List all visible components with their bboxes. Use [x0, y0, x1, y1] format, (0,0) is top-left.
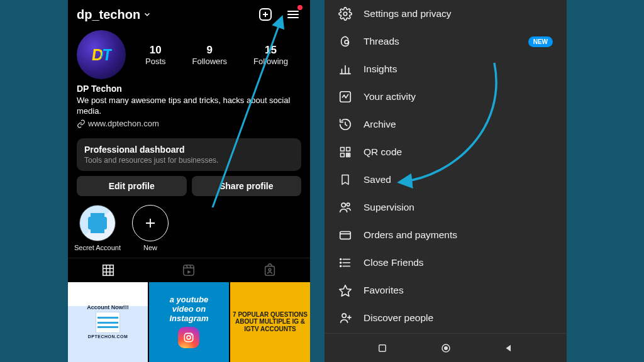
- posts-grid: Account Now!!! DPTECHON.COM a youtube vi…: [68, 282, 310, 362]
- display-name: DP Techon: [77, 83, 301, 95]
- svg-point-44: [340, 262, 341, 263]
- post2-line2: video on: [172, 305, 206, 314]
- svg-point-43: [340, 259, 341, 260]
- svg-rect-32: [347, 153, 348, 155]
- svg-rect-34: [347, 155, 348, 157]
- username-text: dp_techon: [77, 8, 140, 22]
- create-post-button[interactable]: [257, 6, 274, 23]
- profile-action-buttons: Edit profile Share profile: [68, 176, 310, 196]
- menu-item-saved[interactable]: Saved: [325, 166, 567, 194]
- svg-point-21: [187, 336, 191, 340]
- threads-icon: [338, 35, 352, 48]
- menu-item-discover-people[interactable]: Discover people: [325, 304, 567, 332]
- stat-following[interactable]: 15 Following: [253, 44, 288, 66]
- avatar[interactable]: DT: [77, 30, 126, 79]
- stat-posts[interactable]: 10 Posts: [145, 44, 166, 66]
- stat-followers-label: Followers: [192, 57, 227, 66]
- highlight-secret-account[interactable]: Secret Account: [77, 205, 118, 251]
- menu-item-favorites[interactable]: Favorites: [325, 277, 567, 304]
- saved-icon: [338, 173, 352, 187]
- menu-item-label: QR code: [364, 146, 402, 158]
- highlight-label: New: [143, 244, 157, 251]
- menu-item-label: Discover people: [364, 312, 433, 324]
- svg-rect-33: [348, 155, 350, 157]
- menu-item-your-activity[interactable]: Your activity: [325, 83, 567, 111]
- grid-tab[interactable]: [100, 262, 116, 278]
- svg-rect-35: [348, 153, 350, 155]
- menu-item-close-friends[interactable]: Close Friends: [325, 249, 567, 277]
- profile-header: dp_techon: [68, 0, 310, 26]
- hamburger-menu-button[interactable]: [285, 6, 301, 23]
- post3-text: 7 POPULAR QUESTIONS ABOUT MULTIPLE IG & …: [233, 311, 308, 333]
- supervision-icon: [338, 200, 352, 214]
- stat-following-label: Following: [253, 57, 288, 66]
- svg-point-45: [340, 266, 341, 267]
- reels-tab[interactable]: [180, 262, 197, 278]
- stat-followers-count: 9: [192, 44, 227, 57]
- svg-rect-38: [340, 232, 351, 239]
- menu-item-label: Favorites: [364, 285, 404, 296]
- archive-icon: [338, 118, 352, 131]
- edit-profile-button[interactable]: Edit profile: [77, 176, 187, 196]
- menu-item-label: Settings and privacy: [364, 8, 452, 19]
- svg-point-47: [342, 314, 346, 317]
- android-home-button[interactable]: [440, 343, 452, 354]
- closefriends-icon: [338, 256, 352, 270]
- tagged-tab[interactable]: [262, 262, 278, 278]
- plus-icon: [132, 205, 169, 241]
- share-profile-button[interactable]: Share profile: [192, 176, 302, 196]
- pro-dash-title: Professional dashboard: [84, 145, 294, 155]
- professional-dashboard-card[interactable]: Professional dashboard Tools and resourc…: [77, 138, 301, 171]
- post-thumbnail[interactable]: 7 POPULAR QUESTIONS ABOUT MULTIPLE IG & …: [230, 282, 310, 362]
- svg-rect-30: [347, 148, 350, 151]
- android-back-button[interactable]: [503, 343, 514, 354]
- bio-website[interactable]: www.dptechon.com: [77, 118, 301, 129]
- story-highlights: Secret Account New: [68, 196, 310, 255]
- settings-menu-list: Settings and privacyThreadsNEWInsightsYo…: [325, 0, 567, 332]
- username-switcher[interactable]: dp_techon: [77, 8, 152, 22]
- stat-following-count: 15: [253, 44, 288, 57]
- android-recents-button[interactable]: [377, 343, 388, 354]
- menu-item-label: Your activity: [364, 91, 416, 102]
- gear-icon: [338, 7, 352, 21]
- stat-followers[interactable]: 9 Followers: [192, 44, 227, 66]
- profile-stats-row: DT 10 Posts 9 Followers 15 Following: [68, 26, 310, 80]
- menu-item-orders-and-payments[interactable]: Orders and payments: [325, 221, 567, 249]
- menu-item-label: Supervision: [364, 202, 414, 213]
- android-nav-bar: [325, 333, 567, 362]
- post2-line3: Instagram: [169, 314, 208, 324]
- menu-item-settings-and-privacy[interactable]: Settings and privacy: [325, 0, 567, 28]
- stat-posts-count: 10: [145, 44, 166, 57]
- post-thumbnail[interactable]: Account Now!!! DPTECHON.COM: [68, 282, 148, 362]
- insights-icon: [338, 62, 352, 76]
- menu-item-qr-code[interactable]: QR code: [325, 138, 567, 166]
- menu-item-archive[interactable]: Archive: [325, 111, 567, 138]
- post-thumbnail[interactable]: a youtube video on Instagram: [149, 282, 229, 362]
- svg-point-23: [343, 12, 347, 16]
- new-badge: NEW: [528, 36, 553, 47]
- menu-item-label: Orders and payments: [364, 229, 457, 241]
- highlight-new[interactable]: New: [130, 205, 171, 251]
- chevron-down-icon: [143, 10, 152, 19]
- pro-dash-subtitle: Tools and resources just for businesses.: [84, 156, 294, 165]
- menu-item-supervision[interactable]: Supervision: [325, 194, 567, 221]
- menu-item-threads[interactable]: ThreadsNEW: [325, 28, 567, 55]
- menu-item-label: Archive: [364, 119, 396, 130]
- instagram-glyph-icon: [178, 327, 199, 348]
- discover-icon: [338, 311, 352, 325]
- svg-point-37: [347, 203, 350, 206]
- svg-marker-46: [340, 285, 351, 296]
- menu-item-insights[interactable]: Insights: [325, 55, 567, 83]
- highlight-thumb: [79, 205, 116, 241]
- highlight-label: Secret Account: [74, 244, 121, 251]
- header-actions: [257, 6, 301, 23]
- svg-marker-17: [188, 270, 192, 274]
- qr-icon: [338, 145, 352, 159]
- post-footer: DPTECHON.COM: [88, 334, 128, 339]
- menu-item-label: Threads: [364, 36, 399, 47]
- post-title: Account Now!!!: [87, 304, 129, 310]
- svg-rect-8: [103, 265, 114, 275]
- bio-text: We post many awesome tips and tricks, ha…: [77, 95, 301, 117]
- svg-point-19: [269, 268, 271, 271]
- profile-content-tabs: [68, 258, 310, 282]
